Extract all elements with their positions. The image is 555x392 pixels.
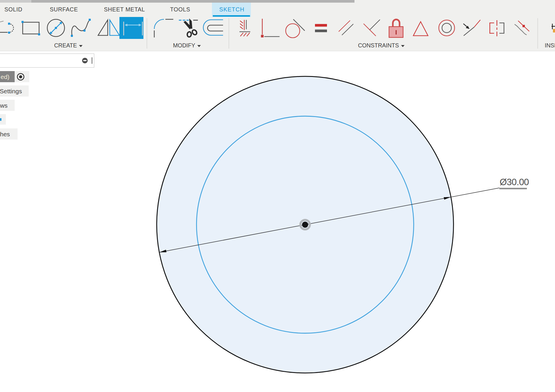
svg-text:Ø30.00: Ø30.00 <box>500 177 529 187</box>
